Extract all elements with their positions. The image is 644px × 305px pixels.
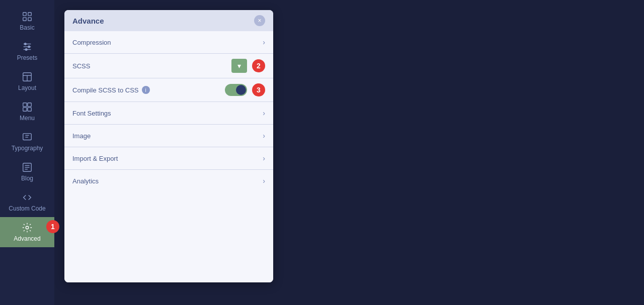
advance-panel: Advance × Compression › SCSS ▾ [64, 10, 273, 282]
compression-chevron-icon: › [263, 38, 265, 46]
compression-row[interactable]: Compression › [64, 31, 273, 54]
sidebar-item-basic[interactable]: Basic [0, 6, 54, 36]
svg-point-7 [25, 43, 27, 45]
svg-rect-15 [23, 108, 27, 111]
compile-scss-row: Compile SCSS to CSS i 3 [64, 78, 273, 102]
scss-label: SCSS [72, 62, 90, 70]
main-content: Advance × Compression › SCSS ▾ [54, 0, 644, 305]
image-row[interactable]: Image › [64, 125, 273, 147]
compile-label: Compile SCSS to CSS i [72, 86, 150, 94]
font-settings-row[interactable]: Font Settings › [64, 102, 273, 125]
scss-row: SCSS ▾ 2 [64, 54, 273, 78]
svg-rect-2 [23, 18, 26, 21]
svg-rect-16 [28, 108, 31, 111]
sidebar-item-typography-label: Typography [12, 145, 43, 152]
compile-toggle[interactable] [225, 84, 247, 96]
sidebar-item-basic-label: Basic [20, 24, 34, 31]
badge-1: 1 [46, 220, 59, 233]
grid-icon [22, 11, 33, 22]
layout-icon [22, 71, 33, 82]
sidebar-item-blog[interactable]: Blog [0, 157, 54, 187]
svg-point-24 [26, 226, 29, 229]
analytics-row[interactable]: Analytics › [64, 170, 273, 192]
sidebar-item-blog-label: Blog [21, 175, 33, 182]
sidebar-item-custom-code-label: Custom Code [9, 205, 45, 212]
image-chevron-icon: › [263, 132, 265, 140]
scss-dropdown[interactable]: ▾ [231, 59, 247, 73]
sliders-icon [22, 41, 33, 52]
import-export-chevron-icon: › [263, 154, 265, 162]
panel-body: Compression › SCSS ▾ 2 C [64, 31, 273, 282]
sidebar-item-layout[interactable]: Layout [0, 66, 54, 96]
badge-3: 3 [252, 83, 265, 96]
sidebar-item-menu[interactable]: Menu [0, 96, 54, 127]
toggle-knob [236, 85, 246, 95]
sidebar: Basic Presets Layout [0, 0, 54, 305]
import-export-label: Import & Export [72, 155, 118, 162]
sidebar-item-custom-code[interactable]: Custom Code [0, 187, 54, 217]
blog-icon [22, 162, 33, 173]
svg-point-8 [28, 46, 30, 48]
code-icon [22, 192, 33, 203]
font-settings-chevron-icon: › [263, 109, 265, 117]
svg-rect-17 [23, 134, 32, 140]
sidebar-item-advanced[interactable]: Advanced 1 [0, 217, 54, 247]
panel-empty-space [64, 192, 273, 282]
svg-rect-3 [28, 18, 31, 21]
info-icon[interactable]: i [142, 86, 150, 94]
typography-icon [22, 132, 33, 143]
panel-header: Advance × [64, 10, 273, 31]
svg-rect-1 [28, 13, 31, 16]
font-settings-label: Font Settings [72, 110, 111, 117]
import-export-row[interactable]: Import & Export › [64, 147, 273, 170]
sidebar-item-advanced-label: Advanced [14, 235, 40, 242]
panel-title: Advance [72, 17, 104, 25]
menu-icon [22, 101, 33, 113]
sidebar-item-presets-label: Presets [17, 54, 38, 61]
svg-rect-0 [23, 13, 26, 16]
svg-rect-13 [23, 103, 27, 107]
svg-point-9 [25, 49, 27, 51]
sidebar-item-presets[interactable]: Presets [0, 36, 54, 66]
analytics-chevron-icon: › [263, 177, 265, 185]
compression-label: Compression [72, 39, 111, 46]
analytics-label: Analytics [72, 177, 99, 185]
sidebar-item-menu-label: Menu [20, 115, 35, 122]
sidebar-item-layout-label: Layout [18, 84, 36, 91]
image-label: Image [72, 132, 91, 140]
sidebar-item-typography[interactable]: Typography [0, 127, 54, 157]
close-button[interactable]: × [254, 15, 265, 26]
svg-rect-14 [28, 103, 31, 107]
advanced-icon [22, 222, 33, 233]
badge-2: 2 [252, 59, 265, 72]
